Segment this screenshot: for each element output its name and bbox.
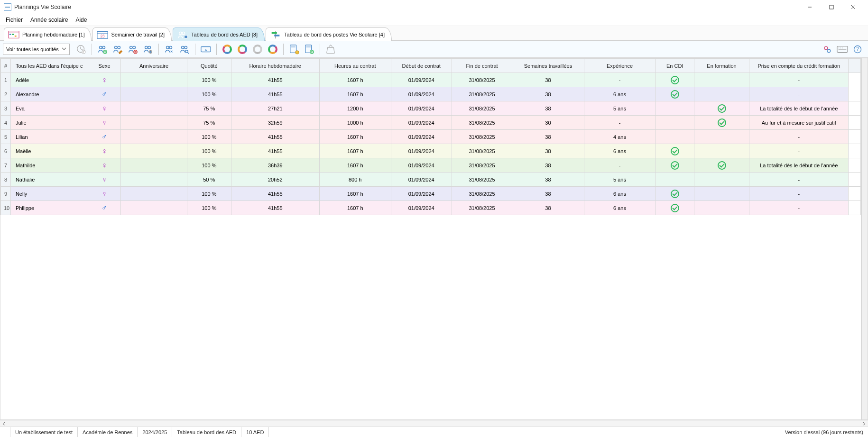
cell-hour[interactable]: 41h55 <box>231 187 319 201</box>
cell-name[interactable]: Eva <box>10 101 88 116</box>
cell-debut[interactable]: 01/09/2024 <box>391 101 452 116</box>
cell-extra[interactable] <box>849 158 861 173</box>
people-merge-button[interactable] <box>162 42 177 56</box>
col-semaines[interactable]: Semaines travaillées <box>512 59 584 73</box>
cell-debut[interactable]: 01/09/2024 <box>391 144 452 158</box>
cell-cdi[interactable] <box>656 187 694 201</box>
cell-credit[interactable]: - <box>749 73 849 87</box>
cell-extra[interactable] <box>849 101 861 116</box>
cell-semaines[interactable]: 38 <box>512 187 584 201</box>
cell-credit[interactable]: La totalité dès le début de l'année <box>749 101 849 116</box>
col-extra[interactable] <box>849 59 861 73</box>
cell-credit[interactable]: - <box>749 201 849 215</box>
cell-hcontract[interactable]: 1607 h <box>319 201 391 215</box>
horizontal-scrollbar[interactable] <box>0 420 868 427</box>
cell-extra[interactable] <box>849 87 861 101</box>
cell-fin[interactable]: 31/08/2025 <box>452 116 512 130</box>
cell-credit[interactable]: - <box>749 130 849 144</box>
cell-hcontract[interactable]: 1607 h <box>319 187 391 201</box>
quotite-filter-select[interactable]: Voir toutes les quotités <box>3 44 70 55</box>
cell-semaines[interactable]: 30 <box>512 116 584 130</box>
col-name[interactable]: Tous les AED dans l'équipe c <box>10 59 88 73</box>
cell-hcontract[interactable]: 1607 h <box>319 144 391 158</box>
cell-fin[interactable]: 31/08/2025 <box>452 201 512 215</box>
cell-hour[interactable]: 27h21 <box>231 101 319 116</box>
cell-fin[interactable]: 31/08/2025 <box>452 173 512 187</box>
help-button[interactable]: ? <box>850 42 865 56</box>
donut-chart-3-button[interactable] <box>250 42 265 56</box>
cell-exp[interactable]: 5 ans <box>584 173 656 187</box>
table-row[interactable]: 9Nelly♀100 %41h551607 h01/09/202431/08/2… <box>1 187 861 201</box>
cell-extra[interactable] <box>849 130 861 144</box>
col-formation[interactable]: En formation <box>694 59 749 73</box>
cell-name[interactable]: Maëlle <box>10 144 88 158</box>
cell-hour[interactable]: 41h55 <box>231 130 319 144</box>
cell-semaines[interactable]: 38 <box>512 144 584 158</box>
cell-quot[interactable]: 100 % <box>187 130 231 144</box>
table-row[interactable]: 7Mathilde♀100 %36h391607 h01/09/202431/0… <box>1 158 861 173</box>
cell-anniv[interactable] <box>121 144 187 158</box>
cell-quot[interactable]: 100 % <box>187 158 231 173</box>
cell-name[interactable]: Lilian <box>10 130 88 144</box>
cell-hour[interactable]: 41h55 <box>231 87 319 101</box>
cell-cdi[interactable] <box>656 158 694 173</box>
cell-credit[interactable]: Au fur et à mesure sur justificatif <box>749 116 849 130</box>
people-search-button[interactable] <box>177 42 192 56</box>
cell-debut[interactable]: 01/09/2024 <box>391 173 452 187</box>
people-edit-button[interactable] <box>110 42 125 56</box>
cell-extra[interactable] <box>849 144 861 158</box>
cell-fin[interactable]: 31/08/2025 <box>452 87 512 101</box>
cell-anniv[interactable] <box>121 187 187 201</box>
cell-extra[interactable] <box>849 187 861 201</box>
people-remove-button[interactable] <box>125 42 140 56</box>
cell-hour[interactable]: 41h55 <box>231 201 319 215</box>
minimize-button[interactable] <box>799 0 821 14</box>
cell-anniv[interactable] <box>121 73 187 87</box>
cell-hour[interactable]: 32h59 <box>231 116 319 130</box>
cell-exp[interactable]: - <box>584 158 656 173</box>
col-anniv[interactable]: Anniversaire <box>121 59 187 73</box>
cell-quot[interactable]: 100 % <box>187 87 231 101</box>
cell-exp[interactable]: - <box>584 116 656 130</box>
cell-debut[interactable]: 01/09/2024 <box>391 158 452 173</box>
cell-fin[interactable]: 31/08/2025 <box>452 144 512 158</box>
cell-exp[interactable]: - <box>584 73 656 87</box>
table-row[interactable]: 1Adèle♀100 %41h551607 h01/09/202431/08/2… <box>1 73 861 87</box>
cell-form[interactable] <box>694 144 749 158</box>
cell-cdi[interactable] <box>656 101 694 116</box>
donut-chart-2-button[interactable] <box>235 42 250 56</box>
cell-hcontract[interactable]: 1607 h <box>319 158 391 173</box>
add-clock-button[interactable] <box>74 42 89 56</box>
cell-sex[interactable]: ♀ <box>88 144 121 158</box>
cell-cdi[interactable] <box>656 144 694 158</box>
col-hour[interactable]: Horaire hebdomadaire <box>231 59 319 73</box>
cell-anniv[interactable] <box>121 201 187 215</box>
col-quot[interactable]: Quotité <box>187 59 231 73</box>
cell-sex[interactable]: ♀ <box>88 158 121 173</box>
table-row[interactable]: 4Julie♀75 %32h591000 h01/09/202431/08/20… <box>1 116 861 130</box>
cell-credit[interactable]: La totalité dès le début de l'année <box>749 158 849 173</box>
cell-semaines[interactable]: 38 <box>512 101 584 116</box>
calc-add-button[interactable] <box>302 42 317 56</box>
cell-extra[interactable] <box>849 201 861 215</box>
col-cdi[interactable]: En CDI <box>656 59 694 73</box>
cell-hour[interactable]: 20h52 <box>231 173 319 187</box>
people-settings-button[interactable] <box>140 42 156 56</box>
col-exp[interactable]: Expérience <box>584 59 656 73</box>
cell-cdi[interactable] <box>656 201 694 215</box>
tab-0[interactable]: Planning hebdomadaire [1] <box>4 27 92 41</box>
cell-extra[interactable] <box>849 173 861 187</box>
cell-name[interactable]: Alexandre <box>10 87 88 101</box>
maximize-button[interactable] <box>821 0 842 14</box>
cell-anniv[interactable] <box>121 173 187 187</box>
cell-fin[interactable]: 31/08/2025 <box>452 73 512 87</box>
table-row[interactable]: 5Lilian♂100 %41h551607 h01/09/202431/08/… <box>1 130 861 144</box>
donut-chart-1-button[interactable] <box>220 42 235 56</box>
cell-quot[interactable]: 100 % <box>187 73 231 87</box>
cell-exp[interactable]: 5 ans <box>584 101 656 116</box>
vertical-scrollbar[interactable] <box>861 58 868 420</box>
cell-form[interactable] <box>694 116 749 130</box>
cell-cdi[interactable] <box>656 116 694 130</box>
cell-hcontract[interactable]: 1607 h <box>319 73 391 87</box>
cell-name[interactable]: Julie <box>10 116 88 130</box>
